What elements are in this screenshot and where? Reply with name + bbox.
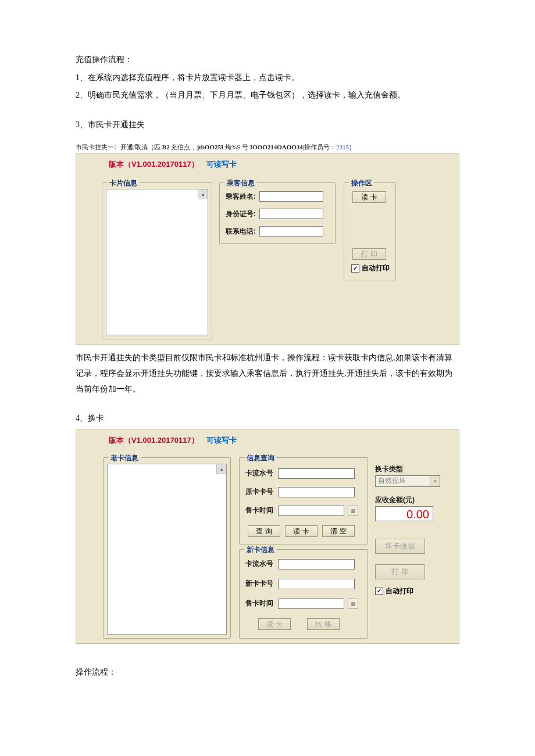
query-legend: 信息查询 xyxy=(244,453,277,463)
panel1-caption: 市民卡挂失一〉开通/取消（匹 B2 充伯点，jtbOO25I 烤%S 号 IOO… xyxy=(76,143,459,152)
scroll-up-icon[interactable]: ▴ xyxy=(198,189,208,199)
card-info-list[interactable]: ▴ xyxy=(106,189,208,335)
checkbox-icon-2: ✓ xyxy=(375,587,383,595)
read-card-button-2[interactable]: 读 卡 xyxy=(285,525,318,537)
passenger-name-input[interactable] xyxy=(259,191,323,202)
query-fieldset: 信息查询 卡流水号 原卡卡号 售卡时间 ▦ 查 询 读 卡 清 空 xyxy=(239,457,368,544)
new-card-number-label: 新卡卡号 xyxy=(245,579,274,589)
new-card-number-input[interactable] xyxy=(278,579,355,589)
card-serial-label: 卡流水号 xyxy=(245,468,274,478)
new-card-legend: 新卡信息 xyxy=(244,545,277,555)
amount-due-label: 应收金额(元) xyxy=(375,495,447,505)
phone-input[interactable] xyxy=(259,226,323,237)
read-card-button[interactable]: 读 卡 xyxy=(352,191,386,203)
version-label-2: 版本（V1.001.20170117） xyxy=(109,436,199,445)
old-card-list[interactable]: ▴ xyxy=(107,464,227,635)
ops-legend: 操作区 xyxy=(349,178,374,188)
section-3-explain: 市民卡开通挂失的卡类型目前仅限市民卡和标准杭州通卡，操作流程：读卡获取卡内信息,… xyxy=(76,350,459,397)
calendar-icon[interactable]: ▦ xyxy=(348,506,358,516)
checkbox-icon: ✓ xyxy=(351,264,359,273)
bad-card-receipt-button[interactable]: 坏卡收据 xyxy=(375,539,425,554)
sale-time-input[interactable] xyxy=(278,506,344,516)
passenger-info-fieldset: 乘客信息 乘客姓名: 身份证号: 联系电话: xyxy=(219,182,336,244)
id-number-input[interactable] xyxy=(259,209,323,219)
orig-card-label: 原卡卡号 xyxy=(245,487,274,497)
card-info-legend: 卡片信息 xyxy=(107,178,140,188)
recharge-step-2: 2、明确市民充值需求，（当月月票、下月月票、电子钱包区），选择读卡，输入充值金额… xyxy=(76,88,459,103)
footer-heading: 操作流程： xyxy=(76,665,459,680)
transfer-button[interactable]: 转 移 xyxy=(307,618,340,630)
card-info-fieldset: 卡片信息 ▴ xyxy=(102,182,212,339)
new-sale-time-input[interactable] xyxy=(278,599,344,609)
version-mode-2: 可读写卡 xyxy=(206,436,237,445)
version-mode: 可读写卡 xyxy=(206,160,237,169)
card-serial-input[interactable] xyxy=(278,468,355,479)
print-button[interactable]: 打 印 xyxy=(352,248,386,260)
new-read-card-button[interactable]: 读 卡 xyxy=(258,618,291,630)
phone-label: 联系电话: xyxy=(226,227,256,237)
auto-print-checkbox[interactable]: ✓ 自动打印 xyxy=(351,263,390,273)
scroll-up-icon-2[interactable]: ▴ xyxy=(216,464,226,474)
auto-print-checkbox-2[interactable]: ✓ 自动打印 xyxy=(375,586,413,596)
amount-due-value: 0.00 xyxy=(375,506,433,521)
recharge-step-1: 1、在系统内选择充值程序，将卡片放置读卡器上，点击读卡。 xyxy=(76,70,459,86)
passenger-name-label: 乘客姓名: xyxy=(226,192,256,202)
orig-card-input[interactable] xyxy=(278,487,355,497)
chevron-down-icon[interactable]: ▾ xyxy=(430,476,440,486)
ops-fieldset: 操作区 读 卡 打 印 ✓ 自动打印 xyxy=(344,182,396,281)
clear-button[interactable]: 清 空 xyxy=(322,525,355,537)
sale-time-label: 售卡时间 xyxy=(245,506,274,515)
passenger-info-legend: 乘客信息 xyxy=(224,178,257,188)
new-card-fieldset: 新卡信息 卡流水号 新卡卡号 售卡时间 ▦ 读 卡 转 移 xyxy=(239,549,368,639)
old-card-fieldset: 老卡信息 ▴ xyxy=(103,457,231,639)
recharge-title: 充值操作流程： xyxy=(76,52,459,68)
id-number-label: 身份证号: xyxy=(226,209,256,219)
calendar-icon-2[interactable]: ▦ xyxy=(348,599,358,609)
new-serial-input[interactable] xyxy=(278,559,355,569)
section-4-heading: 4、换卡 xyxy=(76,411,459,427)
old-card-legend: 老卡信息 xyxy=(108,453,141,463)
print-button-2[interactable]: 打 印 xyxy=(375,564,425,579)
section-3-heading: 3、市民卡开通挂失 xyxy=(76,117,459,133)
change-type-label: 换卡类型 xyxy=(375,464,447,474)
version-label: 版本（V1.001.20170117） xyxy=(109,160,199,169)
new-sale-time-label: 售卡时间 xyxy=(245,599,274,608)
query-button[interactable]: 查 询 xyxy=(248,525,280,537)
loss-report-panel: 版本（V1.001.20170117） 可读写卡 卡片信息 ▴ 乘客信息 乘客姓… xyxy=(76,153,459,345)
new-serial-label: 卡流水号 xyxy=(245,559,274,569)
change-card-panel: 版本（V1.001.20170117） 可读写卡 老卡信息 ▴ 信息查询 卡流水… xyxy=(76,429,459,644)
